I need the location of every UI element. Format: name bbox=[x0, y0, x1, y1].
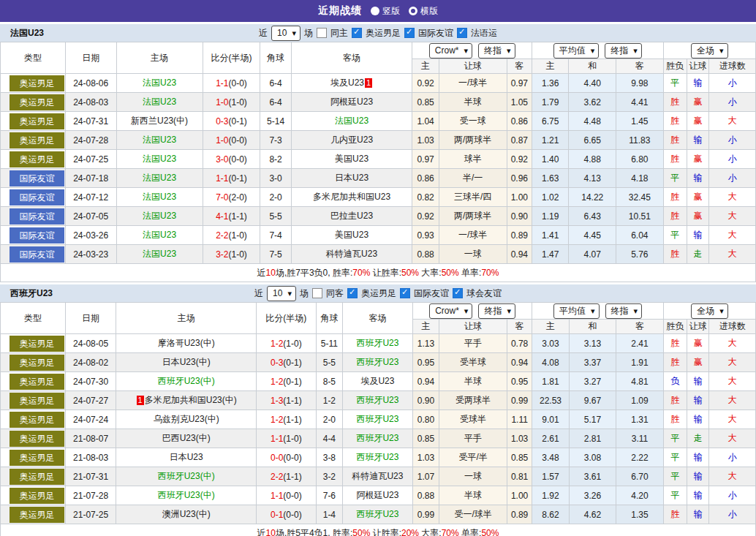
home-team-name[interactable]: 法国U23 bbox=[143, 154, 176, 164]
same-away-checkbox[interactable] bbox=[312, 288, 322, 298]
home-team-name[interactable]: 法国U23 bbox=[143, 249, 176, 259]
odds-home: 0.85 bbox=[412, 429, 439, 448]
away-team-name[interactable]: 科特迪瓦U23 bbox=[352, 471, 403, 481]
filter-label-extra: 法语运 bbox=[471, 27, 497, 39]
filter-checkbox-olympic[interactable] bbox=[347, 288, 358, 298]
avg-away: 4.18 bbox=[616, 169, 664, 188]
home-team-name[interactable]: 多米尼加共和国U23(中) bbox=[145, 395, 237, 405]
vertical-layout-radio[interactable]: 竖版 bbox=[371, 5, 400, 18]
home-team-name[interactable]: 法国U23 bbox=[143, 78, 176, 88]
odds-handicap: 受平/半 bbox=[439, 448, 507, 467]
home-team-name[interactable]: 法国U23 bbox=[143, 97, 176, 107]
match-row: 国际友谊24-07-18法国U231-1(0-1)3-0日本U230.86半/一… bbox=[1, 169, 756, 188]
home-team-name[interactable]: 新西兰U23(中) bbox=[131, 116, 188, 126]
away-team-name[interactable]: 西班牙U23 bbox=[356, 395, 398, 405]
recent-count-select[interactable]: 10 bbox=[271, 26, 300, 41]
home-team-name[interactable]: 乌兹别克U23(中) bbox=[154, 414, 219, 424]
summary-segment: 场,胜5平4负1, 胜率: bbox=[276, 528, 352, 536]
full-match-select[interactable]: 全场 bbox=[691, 43, 728, 58]
final-odds-select[interactable]: 终指 bbox=[478, 303, 515, 319]
final-odds-select[interactable]: 终指 bbox=[478, 43, 515, 58]
odds-handicap: 一/球半 bbox=[439, 74, 507, 93]
avg-draw: 6.43 bbox=[569, 207, 616, 226]
home-team-name[interactable]: 法国U23 bbox=[143, 135, 176, 145]
halftime-score: (1-0) bbox=[229, 249, 247, 260]
away-team-name[interactable]: 日本U23 bbox=[335, 173, 368, 183]
away-team-name[interactable]: 西班牙U23 bbox=[356, 338, 398, 348]
away-team-name[interactable]: 埃及U23 bbox=[360, 376, 394, 386]
handicap-odds-group-header: Crow* 终指 bbox=[412, 303, 532, 320]
halftime-score: (0-0) bbox=[283, 453, 301, 463]
avg-draw: 3.61 bbox=[569, 467, 616, 486]
same-home-checkbox[interactable] bbox=[317, 28, 327, 38]
filter-checkbox-friendly[interactable] bbox=[400, 288, 410, 298]
away-team-name[interactable]: 西班牙U23 bbox=[356, 414, 398, 424]
away-team-name[interactable]: 西班牙U23 bbox=[356, 433, 398, 443]
filter-checkbox-extra[interactable] bbox=[457, 28, 467, 38]
home-team-name[interactable]: 法国U23 bbox=[143, 173, 176, 183]
away-team-name[interactable]: 西班牙U23 bbox=[356, 357, 398, 367]
avg-home: 1.41 bbox=[532, 226, 568, 245]
odds-company-select[interactable]: Crow* bbox=[429, 303, 472, 319]
match-type-cell: 国际友谊 bbox=[1, 169, 66, 188]
away-team-name[interactable]: 埃及U23 bbox=[330, 78, 364, 88]
avg-home: 1.40 bbox=[532, 150, 568, 169]
home-team-name[interactable]: 澳洲U23(中) bbox=[162, 509, 211, 519]
recent-count-select[interactable]: 10 bbox=[267, 286, 296, 301]
odds-company-select[interactable]: Crow* bbox=[429, 43, 472, 58]
avg-away: 2.22 bbox=[616, 448, 664, 467]
home-team-name[interactable]: 巴西U23(中) bbox=[162, 433, 211, 443]
odds-handicap: 平手 bbox=[439, 334, 507, 353]
away-team-name[interactable]: 阿根廷U23 bbox=[330, 97, 373, 107]
corner-score: 8-2 bbox=[260, 150, 291, 169]
home-team-name[interactable]: 日本U23 bbox=[170, 452, 203, 462]
away-team-name[interactable]: 西班牙U23 bbox=[356, 509, 398, 519]
away-team-name[interactable]: 美国U23 bbox=[335, 230, 368, 240]
final-odds-select-2[interactable]: 终指 bbox=[605, 43, 642, 58]
radio-unselected-icon[interactable] bbox=[409, 7, 417, 15]
away-team-name[interactable]: 巴拉圭U23 bbox=[330, 211, 373, 221]
result-handicap: 输 bbox=[687, 74, 708, 93]
away-team-name[interactable]: 多米尼加共和国U23 bbox=[313, 192, 390, 202]
home-team-name[interactable]: 摩洛哥U23(中) bbox=[158, 338, 215, 348]
odds-away: 0.96 bbox=[507, 169, 532, 188]
result-handicap: 输 bbox=[687, 372, 709, 391]
away-team-name[interactable]: 几内亚U23 bbox=[330, 135, 373, 145]
away-team-name[interactable]: 科特迪瓦U23 bbox=[326, 249, 377, 259]
away-team-name[interactable]: 阿根廷U23 bbox=[356, 490, 398, 500]
horizontal-layout-radio[interactable]: 横版 bbox=[409, 5, 438, 18]
corner-score: 3-2 bbox=[316, 467, 342, 486]
home-team-name[interactable]: 法国U23 bbox=[143, 230, 176, 240]
away-team-name[interactable]: 美国U23 bbox=[335, 154, 368, 164]
home-team-name[interactable]: 西班牙U23(中) bbox=[158, 490, 215, 500]
home-team-name[interactable]: 西班牙U23(中) bbox=[158, 471, 215, 481]
section-spain-u23: 西班牙U23 近 10 场 同客 奥运男足 国际友谊 球会友谊 类型 日期 主场 bbox=[0, 284, 756, 536]
average-odds-select[interactable]: 平均值 bbox=[553, 43, 600, 58]
filter-checkbox-friendly[interactable] bbox=[404, 28, 415, 38]
final-odds-select-2[interactable]: 终指 bbox=[605, 303, 643, 319]
average-odds-select[interactable]: 平均值 bbox=[553, 303, 600, 319]
filter-checkbox-extra[interactable] bbox=[453, 288, 463, 298]
halftime-score: (1-0) bbox=[283, 339, 301, 349]
summary-segment: 大率: bbox=[419, 268, 442, 278]
filter-checkbox-olympic[interactable] bbox=[352, 28, 362, 38]
match-date: 21-07-31 bbox=[65, 467, 116, 486]
radio-selected-icon[interactable] bbox=[371, 7, 379, 15]
odds-handicap: 一球 bbox=[439, 245, 507, 264]
home-team-name[interactable]: 法国U23 bbox=[143, 192, 176, 202]
score-cell: 3-2(1-0) bbox=[203, 245, 260, 264]
odds-away: 0.99 bbox=[507, 391, 532, 410]
col-header-avg-home: 主 bbox=[532, 320, 569, 334]
away-team-name[interactable]: 法国U23 bbox=[335, 116, 368, 126]
result-wdl: 胜 bbox=[663, 245, 687, 264]
away-team-name[interactable]: 西班牙U23 bbox=[356, 452, 398, 462]
team-name-heading: 西班牙U23 bbox=[10, 287, 53, 300]
home-team-name[interactable]: 日本U23(中) bbox=[162, 357, 211, 367]
home-team-name[interactable]: 西班牙U23(中) bbox=[158, 376, 215, 386]
match-type-cell: 奥运男足 bbox=[1, 505, 66, 524]
odds-home: 1.04 bbox=[412, 112, 439, 131]
col-header-away: 客场 bbox=[343, 303, 413, 334]
odds-home: 0.92 bbox=[412, 207, 439, 226]
full-match-select[interactable]: 全场 bbox=[691, 303, 728, 319]
home-team-name[interactable]: 法国U23 bbox=[143, 211, 176, 221]
